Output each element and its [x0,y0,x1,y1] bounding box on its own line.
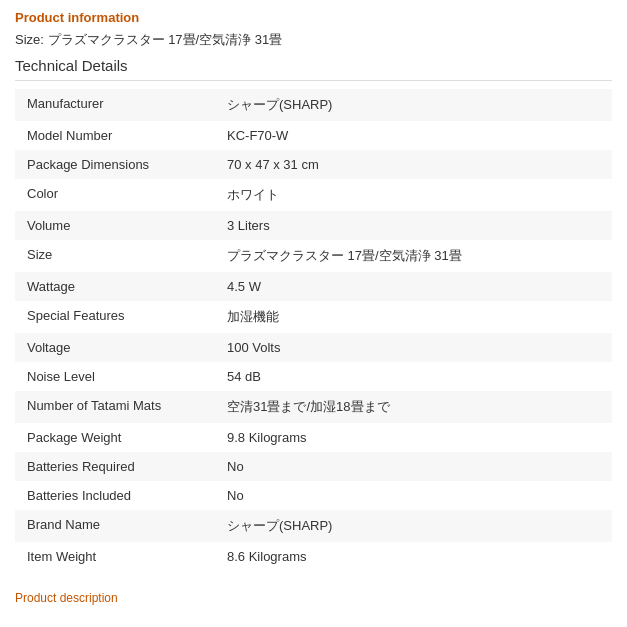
row-value: 8.6 Kilograms [215,542,612,571]
row-label: Manufacturer [15,89,215,121]
table-row: Special Features加湿機能 [15,301,612,333]
size-value: プラズマクラスター 17畳/空気清浄 31畳 [48,32,283,47]
row-value: 3 Liters [215,211,612,240]
row-label: Model Number [15,121,215,150]
footer-note: Product description [15,591,612,605]
row-value: 54 dB [215,362,612,391]
row-value: ホワイト [215,179,612,211]
product-info-section: Product information Size: プラズマクラスター 17畳/… [15,10,612,605]
row-label: Noise Level [15,362,215,391]
product-info-title: Product information [15,10,612,25]
table-row: Colorホワイト [15,179,612,211]
row-value: No [215,481,612,510]
table-row: Batteries IncludedNo [15,481,612,510]
table-row: Volume3 Liters [15,211,612,240]
size-label: Size: [15,32,44,47]
row-value: シャープ(SHARP) [215,510,612,542]
row-value: シャープ(SHARP) [215,89,612,121]
table-row: Manufacturerシャープ(SHARP) [15,89,612,121]
row-value: KC-F70-W [215,121,612,150]
row-label: Wattage [15,272,215,301]
row-label: Volume [15,211,215,240]
row-label: Special Features [15,301,215,333]
row-value: 70 x 47 x 31 cm [215,150,612,179]
row-value: 空清31畳まで/加湿18畳まで [215,391,612,423]
row-label: Color [15,179,215,211]
table-row: Voltage100 Volts [15,333,612,362]
row-value: 加湿機能 [215,301,612,333]
row-value: 9.8 Kilograms [215,423,612,452]
row-label: Batteries Included [15,481,215,510]
row-value: 100 Volts [215,333,612,362]
table-row: Package Weight9.8 Kilograms [15,423,612,452]
table-row: Wattage4.5 W [15,272,612,301]
table-row: Brand Nameシャープ(SHARP) [15,510,612,542]
size-line: Size: プラズマクラスター 17畳/空気清浄 31畳 [15,31,612,49]
table-row: Model NumberKC-F70-W [15,121,612,150]
row-label: Item Weight [15,542,215,571]
row-label: Brand Name [15,510,215,542]
row-label: Package Dimensions [15,150,215,179]
table-row: Package Dimensions70 x 47 x 31 cm [15,150,612,179]
row-label: Size [15,240,215,272]
technical-details-table: Manufacturerシャープ(SHARP)Model NumberKC-F7… [15,89,612,571]
row-value: No [215,452,612,481]
table-row: Number of Tatami Mats空清31畳まで/加湿18畳まで [15,391,612,423]
row-label: Voltage [15,333,215,362]
table-row: Sizeプラズマクラスター 17畳/空気清浄 31畳 [15,240,612,272]
row-label: Number of Tatami Mats [15,391,215,423]
table-row: Noise Level54 dB [15,362,612,391]
row-label: Batteries Required [15,452,215,481]
row-value: 4.5 W [215,272,612,301]
table-row: Item Weight8.6 Kilograms [15,542,612,571]
section-title: Technical Details [15,57,612,81]
row-value: プラズマクラスター 17畳/空気清浄 31畳 [215,240,612,272]
row-label: Package Weight [15,423,215,452]
table-row: Batteries RequiredNo [15,452,612,481]
